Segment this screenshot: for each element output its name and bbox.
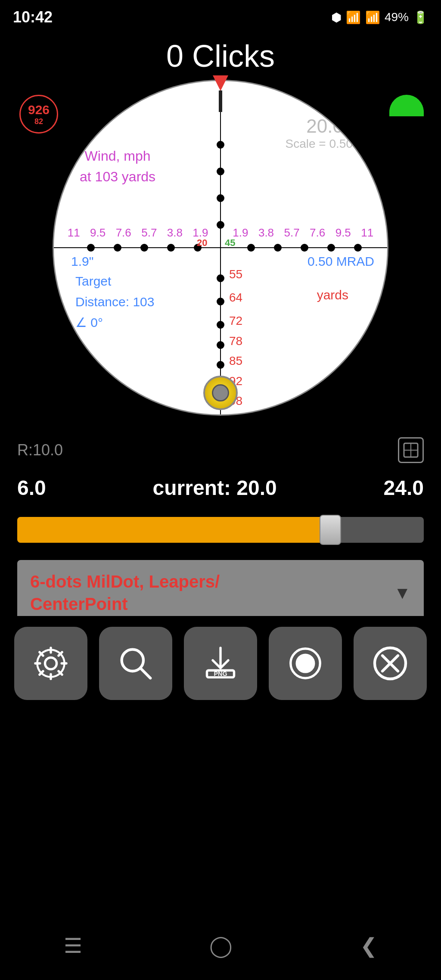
- status-bar: 10:42 ⬢ 📶 📶 49% 🔋: [0, 0, 441, 34]
- v-dot-7: [217, 321, 224, 329]
- bottom-toolbar: PNG: [0, 616, 441, 711]
- svg-point-10: [297, 655, 314, 672]
- h-dot-r4: [327, 244, 335, 252]
- h-dot-l4: [167, 244, 175, 252]
- v-num-64: 64: [229, 291, 242, 305]
- svg-point-4: [37, 650, 65, 677]
- zoom-max: 24.0: [384, 476, 424, 500]
- h-num-7l: 7.6: [116, 226, 131, 240]
- status-time: 10:42: [13, 8, 53, 26]
- zoom-slider-fill: [17, 517, 334, 543]
- h-scale-numbers: 11 9.5 7.6 5.7 3.8 1.9 1.9 3.8 5.7 7.6 9…: [54, 226, 387, 240]
- h-dot-r2: [274, 244, 282, 252]
- svg-point-3: [45, 658, 57, 669]
- h-num-11l: 11: [68, 226, 80, 240]
- nav-home-button[interactable]: ◯: [209, 933, 233, 958]
- v-num-55: 55: [229, 268, 242, 281]
- r-value-row: R:10.0: [0, 424, 441, 467]
- bluetooth-icon: ⬢: [331, 10, 342, 25]
- nav-menu-button[interactable]: ☰: [64, 933, 82, 958]
- nav-back-button[interactable]: ❮: [360, 933, 377, 958]
- h-dot-l3: [140, 244, 148, 252]
- slider-row[interactable]: [0, 508, 441, 551]
- clicks-label: Clicks: [192, 38, 275, 74]
- mrad-label: 0.50 MRAD: [307, 254, 374, 269]
- wifi-icon: 📶: [346, 10, 361, 25]
- v-num-78: 78: [229, 334, 242, 348]
- badge-top-value: 926: [28, 103, 50, 117]
- zoom-slider-track[interactable]: [17, 517, 424, 543]
- signal-icon: 📶: [365, 10, 380, 25]
- h-num-11r: 11: [361, 226, 373, 240]
- status-icons: ⬢ 📶 📶 49% 🔋: [331, 10, 428, 25]
- battery-icon: 🔋: [413, 10, 428, 25]
- h-num-3r: 3.8: [258, 226, 274, 240]
- search-button[interactable]: [99, 627, 172, 700]
- target-info: Target Distance: 103 ∠ 0°: [75, 271, 154, 333]
- v-num-85: 85: [229, 354, 242, 368]
- red-triangle-pointer: [213, 75, 228, 91]
- center-left-label: 20: [197, 237, 207, 249]
- v-dot-3: [217, 194, 224, 202]
- h-num-spacer: [218, 226, 223, 240]
- dropdown-arrow-icon: ▼: [394, 583, 411, 603]
- v-dot-6: [217, 298, 224, 305]
- wind-label: Wind, mph at 103 yards: [80, 146, 155, 187]
- zoom-slider-thumb[interactable]: [320, 515, 341, 545]
- v-dot-1: [217, 141, 224, 149]
- scope-container[interactable]: 20.0x Scale = 0.50 Wind, mph at 103 yard…: [53, 80, 388, 416]
- crosshair-horizontal: [54, 247, 387, 248]
- badge-sub-value: 82: [34, 117, 43, 126]
- r-value-label: R:10.0: [17, 441, 63, 459]
- target-distance: Distance: 103: [75, 292, 154, 312]
- wind-line2: at 103 yards: [80, 166, 155, 187]
- h-num-5l: 5.7: [141, 226, 157, 240]
- scale-value: Scale = 0.50: [286, 137, 353, 151]
- h-dot-l2: [114, 244, 121, 252]
- clicks-number: 0: [166, 38, 183, 74]
- yards-label: yards: [317, 288, 348, 302]
- zoom-current: current: 20.0: [153, 476, 277, 500]
- v-dot-5: [217, 274, 224, 282]
- scope-circle[interactable]: 20.0x Scale = 0.50 Wind, mph at 103 yard…: [53, 80, 388, 416]
- v-num-72: 72: [229, 314, 242, 328]
- zoom-min: 6.0: [17, 476, 46, 500]
- target-label: Target: [75, 271, 154, 292]
- h-dot-l1: [87, 244, 95, 252]
- center-right-label: 45: [225, 237, 235, 249]
- inch-label: 1.9": [71, 254, 93, 269]
- h-dot-r1: [247, 244, 255, 252]
- clicks-header: 0 Clicks: [0, 34, 441, 78]
- elevation-knob-inner: [212, 384, 229, 401]
- magnification-group: 20.0x Scale = 0.50: [286, 115, 353, 151]
- svg-line-6: [140, 668, 150, 678]
- zoom-row: 6.0 current: 20.0 24.0: [0, 467, 441, 508]
- v-dot-9: [217, 361, 224, 369]
- wind-line1: Wind, mph: [80, 146, 155, 166]
- v-dot-2: [217, 168, 224, 175]
- h-num-9r: 9.5: [335, 226, 351, 240]
- record-button[interactable]: [269, 627, 342, 700]
- svg-text:PNG: PNG: [214, 670, 227, 677]
- h-dot-r3: [301, 244, 308, 252]
- h-num-7r: 7.6: [310, 226, 325, 240]
- target-angle: ∠ 0°: [75, 312, 154, 333]
- settings-button[interactable]: [14, 627, 87, 700]
- battery-text: 49%: [385, 10, 409, 24]
- h-num-9l: 9.5: [90, 226, 106, 240]
- h-num-5r: 5.7: [284, 226, 300, 240]
- close-button[interactable]: [354, 627, 427, 700]
- png-export-button[interactable]: PNG: [184, 627, 257, 700]
- target-mode-button[interactable]: [398, 437, 424, 463]
- android-nav-bar: ☰ ◯ ❮: [0, 911, 441, 980]
- center-line-top: [219, 90, 222, 112]
- reticle-dropdown-label: 6-dots MilDot, Leapers/ CenterPoint: [30, 570, 220, 615]
- elevation-knob[interactable]: [203, 376, 238, 410]
- v-dot-8: [217, 341, 224, 349]
- h-dot-r5: [354, 244, 362, 252]
- h-num-3l: 3.8: [167, 226, 183, 240]
- controls-area: R:10.0 6.0 current: 20.0 24.0 6-dots Mil…: [0, 424, 441, 634]
- magnification-value: 20.0x: [286, 115, 353, 137]
